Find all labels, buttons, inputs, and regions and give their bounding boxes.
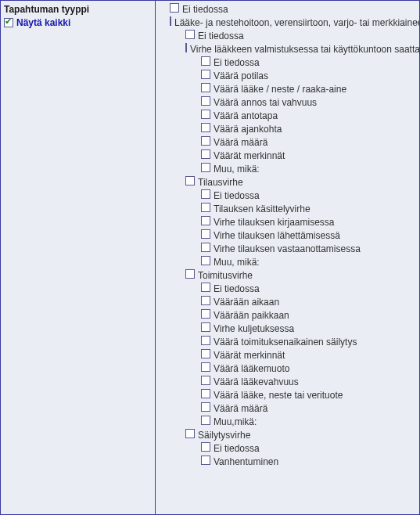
tree-label[interactable]: Väärään paikkaan (214, 309, 289, 322)
tree-checkbox[interactable] (185, 30, 195, 39)
tree-label[interactable]: Muu,mikä: (214, 416, 257, 429)
tree-label[interactable]: Väärä lääke / neste / raaka-aine (214, 83, 346, 96)
tree-node[interactable]: Väärä määrä (156, 136, 419, 149)
tree-label[interactable]: Väärät merkinnät (214, 349, 285, 362)
tree-node[interactable]: Väärä annos tai vahvuus (156, 96, 419, 110)
tree-node[interactable]: Väärä lääkemuoto (156, 362, 419, 376)
tree-checkbox[interactable] (201, 83, 210, 92)
tree-checkbox[interactable] (201, 243, 210, 252)
tree-node[interactable]: Virhe kuljetuksessa (156, 322, 419, 336)
tree-label[interactable]: Väärä määrä (214, 402, 267, 416)
tree-checkbox[interactable] (201, 203, 210, 212)
tree-checkbox[interactable] (201, 216, 210, 225)
tree-label[interactable]: Väärä ajankohta (214, 123, 282, 136)
tree-node[interactable]: Väärä lääkevahvuus (156, 376, 419, 389)
tree-node[interactable]: Vanhentuminen (156, 456, 419, 469)
tree-checkbox[interactable] (201, 110, 210, 119)
tree-label[interactable]: Virhe tilauksen kirjaamisessa (214, 216, 335, 229)
tree-label[interactable]: Ei tiedossa (214, 189, 260, 203)
tree-node[interactable]: Väärään paikkaan (156, 309, 419, 322)
tree-checkbox[interactable] (201, 336, 210, 345)
tree-node[interactable]: Ei tiedossa (156, 283, 419, 296)
tree-node[interactable]: Virhe tilauksen kirjaamisessa (156, 216, 419, 229)
tree-label[interactable]: Ei tiedossa (214, 56, 260, 70)
tree-checkbox[interactable] (201, 70, 210, 79)
tree-label[interactable]: Ei tiedossa (182, 3, 228, 16)
tree-label[interactable]: Tilausvirhe (198, 176, 243, 189)
tree-node[interactable]: Virhe tilauksen lähettämisessä (156, 229, 419, 243)
tree-label[interactable]: Ei tiedossa (198, 30, 244, 43)
tree-node[interactable]: Muu, mikä: (156, 163, 419, 176)
tree-label[interactable]: Tilauksen käsittelyvirhe (214, 203, 311, 216)
tree-checkbox[interactable] (185, 43, 187, 52)
tree-node[interactable]: Virhe tilauksen vastaanottamisessa (156, 243, 419, 256)
tree-checkbox[interactable] (201, 416, 210, 425)
show-all-checkbox[interactable] (4, 18, 13, 27)
show-all-row[interactable]: Näytä kaikki (4, 17, 151, 28)
tree-node[interactable]: Tilauksen käsittelyvirhe (156, 203, 419, 216)
tree-node[interactable]: Ei tiedossa (156, 3, 419, 16)
tree-checkbox[interactable] (185, 269, 195, 279)
tree-checkbox[interactable] (201, 149, 210, 159)
tree-checkbox[interactable] (201, 256, 210, 265)
tree-node[interactable]: Ei tiedossa (156, 56, 419, 70)
tree-node[interactable]: Väärä potilas (156, 70, 419, 83)
tree-label[interactable]: Väärä antotapa (214, 110, 278, 123)
tree-node[interactable]: Väärät merkinnät (156, 349, 419, 362)
tree-node[interactable]: Ei tiedossa (156, 442, 419, 456)
tree-label[interactable]: Virhe tilauksen lähettämisessä (214, 229, 340, 243)
tree-label[interactable]: Väärä annos tai vahvuus (214, 96, 317, 110)
tree-checkbox[interactable] (201, 389, 210, 398)
tree-checkbox[interactable] (201, 56, 210, 66)
tree-checkbox[interactable] (201, 349, 210, 358)
show-all-label[interactable]: Näytä kaikki (16, 17, 70, 28)
tree-node[interactable]: Säilytysvirhe (156, 429, 419, 442)
tree-node[interactable]: Väärä lääke / neste / raaka-aine (156, 83, 419, 96)
tree-label[interactable]: Väärä määrä (214, 136, 267, 149)
tree-label[interactable]: Muu, mikä: (214, 256, 260, 269)
tree-label[interactable]: Toimitusvirhe (198, 269, 253, 283)
tree-checkbox[interactable] (170, 3, 179, 13)
tree-checkbox[interactable] (185, 176, 195, 185)
tree-label[interactable]: Virhe tilauksen vastaanottamisessa (214, 243, 361, 256)
tree-label[interactable]: Väärä potilas (214, 70, 268, 83)
tree-node[interactable]: Muu, mikä: (156, 256, 419, 269)
tree-checkbox[interactable] (201, 362, 210, 372)
tree-node[interactable]: Toimitusvirhe (156, 269, 419, 283)
tree-label[interactable]: Muu, mikä: (214, 163, 260, 176)
tree-checkbox[interactable] (201, 163, 210, 172)
tree-checkbox[interactable] (201, 442, 210, 452)
tree-node[interactable]: Väärä toimituksenaikainen säilytys (156, 336, 419, 349)
tree-checkbox[interactable] (201, 296, 210, 305)
tree-checkbox[interactable] (201, 229, 210, 239)
tree-label[interactable]: Virhe lääkkeen valmistuksessa tai käyttö… (190, 43, 419, 56)
tree-node[interactable]: Väärä määrä (156, 402, 419, 416)
tree-node[interactable]: Ei tiedossa (156, 189, 419, 203)
tree-label[interactable]: Ei tiedossa (214, 283, 260, 296)
tree-node[interactable]: Väärät merkinnät (156, 149, 419, 163)
tree-checkbox[interactable] (201, 309, 210, 319)
tree-label[interactable]: Virhe kuljetuksessa (214, 322, 294, 336)
tree-node[interactable]: Tilausvirhe (156, 176, 419, 189)
tree-node[interactable]: Väärään aikaan (156, 296, 419, 309)
tree-label[interactable]: Ei tiedossa (214, 442, 260, 456)
tree-checkbox[interactable] (201, 283, 210, 292)
tree-checkbox[interactable] (201, 456, 210, 465)
tree-label[interactable]: Väärä toimituksenaikainen säilytys (214, 336, 357, 349)
tree-checkbox[interactable] (201, 136, 210, 146)
tree-label[interactable]: Vanhentuminen (214, 456, 278, 469)
tree-label[interactable]: Väärä lääke, neste tai verituote (214, 389, 343, 402)
tree-checkbox[interactable] (201, 189, 210, 199)
tree-label[interactable]: Väärä lääkemuoto (214, 362, 289, 376)
tree-node[interactable]: Virhe lääkkeen valmistuksessa tai käyttö… (156, 43, 419, 56)
tree-checkbox[interactable] (201, 123, 210, 132)
tree-label[interactable]: Väärään aikaan (214, 296, 279, 309)
tree-label[interactable]: Väärät merkinnät (214, 149, 285, 163)
tree-node[interactable]: Lääke- ja nestehoitoon, verensiirtoon, v… (156, 16, 419, 30)
tree-node[interactable]: Muu,mikä: (156, 416, 419, 429)
tree-node[interactable]: Väärä lääke, neste tai verituote (156, 389, 419, 402)
tree-node[interactable]: Väärä antotapa (156, 110, 419, 123)
tree-checkbox[interactable] (185, 429, 195, 438)
tree-label[interactable]: Säilytysvirhe (198, 429, 250, 442)
tree-checkbox[interactable] (201, 96, 210, 106)
